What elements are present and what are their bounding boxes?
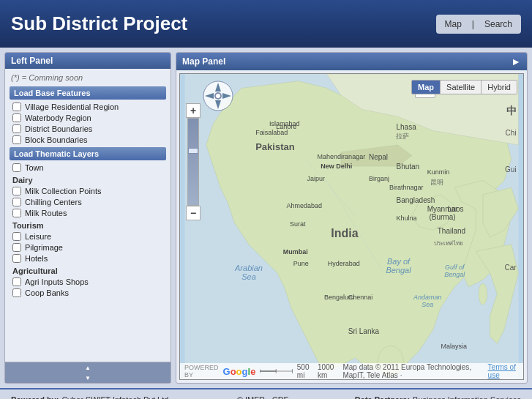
terms-link[interactable]: Terms of use: [488, 363, 519, 379]
footer-powered-by: Powered by: Cyber SWIFT Infotech Pvt Ltd…: [11, 395, 171, 399]
pilgrimage-checkbox[interactable]: [12, 243, 21, 252]
coop-banks-checkbox[interactable]: [12, 288, 21, 297]
hybrid-button[interactable]: Hybrid: [482, 81, 517, 94]
map-button[interactable]: Map: [412, 81, 441, 94]
left-panel-scroll-arrows: ▲ ▼: [5, 362, 171, 383]
data-partners-value: Business Information Services: [413, 395, 521, 399]
thematic-layers-header: Load Thematic Layers: [10, 147, 166, 160]
zoom-controls: + −: [186, 103, 201, 220]
zoom-out-button[interactable]: −: [186, 206, 201, 220]
pilgrimage-label: Pilgrimage: [25, 243, 63, 252]
main-area: Left Panel (*) = Comming soon Load Base …: [0, 48, 532, 388]
hotels-checkbox[interactable]: [12, 254, 21, 263]
left-panel: Left Panel (*) = Comming soon Load Base …: [4, 52, 171, 384]
attribution-text: Map data © 2011 Europa Technologies, Map…: [342, 363, 483, 379]
map-panel-header: Map Panel ►: [176, 53, 527, 70]
list-item: Hotels: [12, 254, 163, 263]
map-attribution: POWERED BY Google 500 mi 1000 km Map dat…: [180, 363, 523, 379]
block-boundaries-checkbox[interactable]: [12, 135, 21, 144]
leisure-checkbox[interactable]: [12, 232, 21, 241]
waterbody-label: Waterbody Region: [25, 113, 91, 122]
waterbody-checkbox[interactable]: [12, 113, 21, 122]
list-item: Milk Collection Points: [12, 187, 163, 195]
list-item: Coop Banks: [12, 288, 163, 297]
list-item: Waterbody Region: [12, 113, 163, 122]
milk-collection-label: Milk Collection Points: [25, 187, 102, 195]
nav-separator: |: [469, 18, 477, 31]
zoom-in-button[interactable]: +: [186, 103, 201, 118]
footer-center: © IMFR - CDF: [237, 395, 288, 399]
left-panel-content[interactable]: (*) = Comming soon Load Base Features Vi…: [5, 69, 171, 362]
leisure-label: Leisure: [25, 232, 51, 241]
milk-routes-checkbox[interactable]: [12, 209, 21, 217]
map-panel-arrow-icon[interactable]: ►: [511, 56, 521, 67]
satellite-button[interactable]: Satellite: [441, 81, 482, 94]
data-partners-label: Data Partners:: [355, 395, 410, 399]
list-item: District Boundaries: [12, 124, 163, 133]
map-panel-title: Map Panel: [182, 56, 225, 67]
village-residential-label: Village Residential Region: [25, 102, 119, 111]
dairy-section-label: Dairy: [12, 176, 163, 184]
list-item: Pilgrimage: [12, 243, 163, 252]
svg-point-4: [479, 283, 487, 305]
agri-inputs-label: Agri Inputs Shops: [25, 277, 89, 286]
scroll-up-button[interactable]: ▲: [5, 362, 171, 373]
chilling-centers-label: Chilling Centers: [25, 198, 82, 206]
footer-data-partners: Data Partners: Business Information Serv…: [355, 395, 521, 399]
powered-by-label: Powered by:: [11, 395, 59, 399]
navigation-rose[interactable]: [202, 80, 234, 112]
nav-search-button[interactable]: Search: [482, 18, 515, 31]
zoom-thumb[interactable]: [188, 148, 198, 154]
powered-by-label: POWERED BY: [184, 364, 219, 379]
agricultural-section-label: Agricultural: [12, 266, 163, 275]
agri-inputs-checkbox[interactable]: [12, 277, 21, 286]
list-item: Leisure: [12, 232, 163, 241]
coming-soon-label: (*) = Comming soon: [11, 73, 165, 82]
scale-label: 500 mi: [297, 363, 313, 379]
district-boundaries-label: District Boundaries: [25, 124, 92, 133]
milk-routes-label: Milk Routes: [25, 209, 67, 217]
google-logo: Google: [223, 366, 256, 377]
footer: Powered by: Cyber SWIFT Infotech Pvt Ltd…: [0, 388, 532, 399]
svg-rect-14: [260, 370, 276, 371]
coop-banks-label: Coop Banks: [25, 288, 69, 297]
powered-by-value: Cyber SWIFT Infotech Pvt Ltd.: [61, 395, 171, 399]
list-item: Town: [12, 163, 163, 172]
list-item: Agri Inputs Shops: [12, 277, 163, 286]
map-panel: Map Panel ►: [176, 52, 528, 384]
list-item: Village Residential Region: [12, 102, 163, 111]
left-panel-title: Left Panel: [11, 56, 53, 66]
svg-rect-15: [277, 370, 293, 371]
zoom-slider[interactable]: [187, 118, 199, 206]
base-features-header: Load Base Features: [10, 86, 166, 100]
town-checkbox[interactable]: [12, 163, 21, 172]
nav-map-button[interactable]: Map: [442, 18, 465, 31]
header-nav: Map | Search: [436, 15, 522, 34]
block-boundaries-label: Block Boundaries: [25, 135, 88, 144]
tourism-section-label: Tourism: [12, 221, 163, 230]
list-item: Block Boundaries: [12, 135, 163, 144]
map-svg: [180, 74, 523, 379]
left-panel-header: Left Panel: [5, 53, 171, 69]
chilling-centers-checkbox[interactable]: [12, 198, 21, 206]
list-item: Chilling Centers: [12, 198, 163, 206]
hotels-label: Hotels: [25, 254, 48, 263]
milk-collection-checkbox[interactable]: [12, 187, 21, 195]
svg-point-11: [216, 94, 220, 98]
scale-km-label: 1000 km: [318, 363, 338, 379]
scale-bar: [260, 368, 292, 374]
map-container[interactable]: Pakistan India Nepal Bhutan Bangladesh M…: [179, 73, 524, 380]
district-boundaries-checkbox[interactable]: [12, 124, 21, 133]
header: Sub District Project Map | Search: [0, 0, 532, 48]
town-label: Town: [25, 163, 44, 172]
scroll-down-button[interactable]: ▼: [5, 373, 171, 383]
list-item: Milk Routes: [12, 209, 163, 217]
map-type-buttons: Map Satellite Hybrid: [411, 80, 517, 94]
village-residential-checkbox[interactable]: [12, 102, 21, 111]
app-title: Sub District Project: [11, 12, 187, 35]
